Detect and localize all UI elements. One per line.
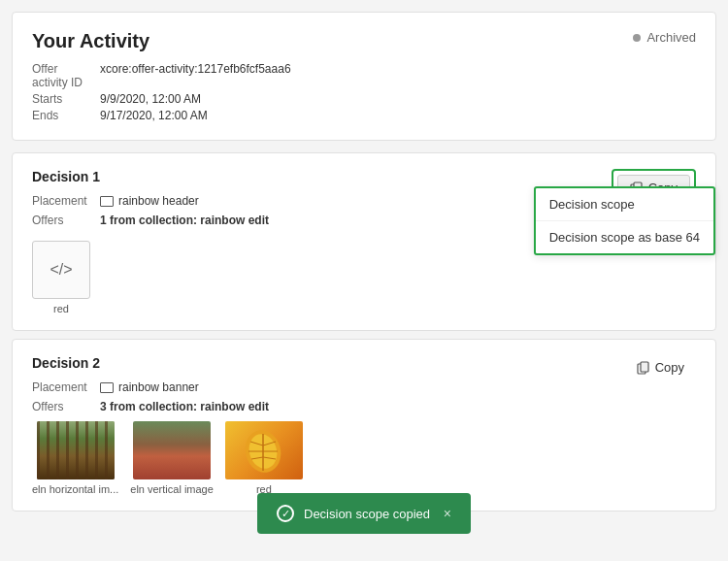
starts-label: Starts: [32, 92, 90, 106]
decision1-title: Decision 1: [32, 169, 269, 184]
activity-title: Your Activity: [32, 30, 149, 52]
decision2-title: Decision 2: [32, 355, 303, 371]
decision1-header: Decision 1 Placement rainbow header Offe…: [32, 169, 696, 314]
copy-icon-2: [637, 361, 650, 375]
copy-btn-label-2: Copy: [655, 360, 684, 375]
offers-value-1: 1 from collection: rainbow edit: [100, 214, 269, 227]
activity-header: Your Activity Archived: [32, 30, 696, 52]
svg-rect-12: [641, 362, 648, 372]
id-value: xcore:offer-activity:1217efb6fcf5aaa6: [100, 62, 696, 89]
starts-value: 9/9/2020, 12:00 AM: [100, 92, 696, 106]
offer-img-label-2: eln vertical image: [130, 483, 214, 495]
toast-notification: ✓ Decision scope copied ×: [257, 493, 471, 534]
ends-label: Ends: [32, 109, 90, 122]
decision1-offers-row: Offers 1 from collection: rainbow edit: [32, 214, 269, 227]
leaf-svg: [237, 424, 290, 478]
decision1-content: Decision 1 Placement rainbow header Offe…: [32, 169, 269, 314]
dropdown-item-decision-scope-base64[interactable]: Decision scope as base 64: [536, 221, 713, 253]
decision1-offer-preview: </> red: [32, 241, 90, 314]
placement-label-1: Placement: [32, 194, 100, 208]
offers-value-2: 3 from collection: rainbow edit: [100, 400, 269, 413]
activity-meta: Offer activity ID xcore:offer-activity:1…: [32, 62, 696, 122]
id-label: Offer activity ID: [32, 62, 90, 89]
toast-message: Decision scope copied: [304, 507, 430, 521]
offer-img-box-2: eln vertical image: [130, 421, 214, 495]
toast-close-button[interactable]: ×: [444, 506, 451, 521]
placement-icon-1: [100, 196, 114, 207]
copy-dropdown-1: Decision scope Decision scope as base 64: [534, 186, 715, 255]
offer-img-box-3: red: [225, 421, 303, 495]
decision1-copy-wrapper: Copy Decision scope Decision scope as ba…: [612, 169, 696, 207]
toast-check-icon: ✓: [277, 505, 294, 522]
activity-card: Your Activity Archived Offer activity ID…: [12, 12, 716, 141]
offer-img-waterfall: [133, 421, 211, 479]
offers-label-2: Offers: [32, 400, 100, 413]
forest-decoration: [37, 421, 115, 479]
decision2-offers-row-images: eln horizontal im... eln vertical image: [32, 421, 303, 495]
decision2-content: Decision 2 Placement rainbow banner Offe…: [32, 355, 303, 495]
status-text: Archived: [646, 30, 696, 45]
offer-preview-label: red: [53, 303, 69, 314]
offer-img-forest: [37, 421, 115, 479]
placement-value-1: rainbow header: [118, 194, 199, 208]
ends-value: 9/17/2020, 12:00 AM: [100, 109, 696, 122]
dropdown-item-decision-scope[interactable]: Decision scope: [536, 188, 713, 221]
offer-img-leaf: [225, 421, 303, 479]
placement-label-2: Placement: [32, 380, 100, 394]
decision2-card: Decision 2 Placement rainbow banner Offe…: [12, 339, 716, 512]
decision2-placement-row: Placement rainbow banner: [32, 380, 303, 394]
status-dot: [633, 34, 641, 42]
decision2-offers-row: Offers 3 from collection: rainbow edit: [32, 400, 303, 413]
placement-icon-2: [100, 382, 114, 393]
decision2-copy-button[interactable]: Copy: [625, 355, 696, 380]
code-offer-box: </>: [32, 241, 90, 299]
status-badge: Archived: [633, 30, 696, 45]
decision1-card: Decision 1 Placement rainbow header Offe…: [12, 152, 716, 331]
offers-label-1: Offers: [32, 214, 100, 227]
decision1-placement-row: Placement rainbow header: [32, 194, 269, 208]
code-icon: </>: [50, 261, 72, 279]
offer-img-label-1: eln horizontal im...: [32, 483, 118, 495]
decision2-header: Decision 2 Placement rainbow banner Offe…: [32, 355, 696, 495]
offer-img-box-1: eln horizontal im...: [32, 421, 118, 495]
placement-value-2: rainbow banner: [118, 380, 199, 394]
